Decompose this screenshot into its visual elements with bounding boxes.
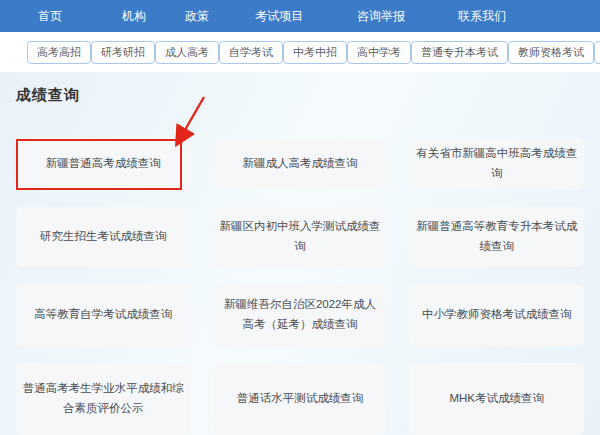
card-xinjiang-gaokao-scores[interactable]: 新疆普通高考成绩查询 [16,138,191,190]
tag-social-exam[interactable]: 社会考试 [594,41,600,64]
exam-category-tagbar: 高考高招 研考研招 成人高考 自学考试 中考中招 高中学考 普通专升本考试 教师… [0,32,600,72]
tag-adult-gaokao[interactable]: 成人高考 [155,41,219,64]
tag-zhongkao-admission[interactable]: 中考中招 [283,41,347,64]
card-provincial-xinjiang-class-gaokao-scores[interactable]: 有关省市新疆高中班高考成绩查询 [409,138,584,190]
card-xinjiang-adult-gaokao-scores[interactable]: 新疆成人高考成绩查询 [213,138,388,190]
card-teacher-cert-exam-scores[interactable]: 中小学教师资格考试成绩查询 [409,284,584,346]
tag-teacher-cert-exam[interactable]: 教师资格考试 [508,41,594,64]
nav-item-home[interactable]: 首页 [38,8,62,25]
nav-item-policy[interactable]: 政策 [185,8,209,25]
tag-college-upgrade-exam[interactable]: 普通专升本考试 [411,41,508,64]
nav-item-consult-report[interactable]: 咨询举报 [357,8,405,25]
card-2022-adult-gaokao-delayed-scores[interactable]: 新疆维吾尔自治区2022年成人高考（延考）成绩查询 [213,284,388,346]
card-mhk-exam-scores[interactable]: MHK考试成绩查询 [409,363,584,435]
tag-highschool-exam[interactable]: 高中学考 [347,41,411,64]
card-junior-class-entrance-test-scores[interactable]: 新疆区内初中班入学测试成绩查询 [213,207,388,267]
card-self-study-exam-scores[interactable]: 高等教育自学考试成绩查询 [16,284,191,346]
nav-item-organization[interactable]: 机构 [122,8,146,25]
card-putonghua-test-scores[interactable]: 普通话水平测试成绩查询 [213,363,388,435]
tag-graduate-admission[interactable]: 研考研招 [91,41,155,64]
nav-item-exam-projects[interactable]: 考试项目 [255,8,303,25]
score-inquiry-section: 成绩查询 新疆普通高考成绩查询 新疆成人高考成绩查询 有关省市新疆高中班高考成绩… [0,72,600,435]
card-academic-level-quality-publicity[interactable]: 普通高考考生学业水平成绩和综合素质评价公示 [16,363,191,435]
tag-self-study-exam[interactable]: 自学考试 [219,41,283,64]
tag-gaokao-admission[interactable]: 高考高招 [27,41,91,64]
card-college-upgrade-exam-scores[interactable]: 新疆普通高等教育专升本考试成绩查询 [409,207,584,267]
score-inquiry-grid: 新疆普通高考成绩查询 新疆成人高考成绩查询 有关省市新疆高中班高考成绩查询 研究… [16,138,584,435]
section-title: 成绩查询 [16,86,584,105]
top-navigation: 首页 机构 政策 考试项目 咨询举报 联系我们 [0,0,600,32]
card-graduate-exam-scores[interactable]: 研究生招生考试成绩查询 [16,207,191,267]
nav-item-contact-us[interactable]: 联系我们 [458,8,506,25]
